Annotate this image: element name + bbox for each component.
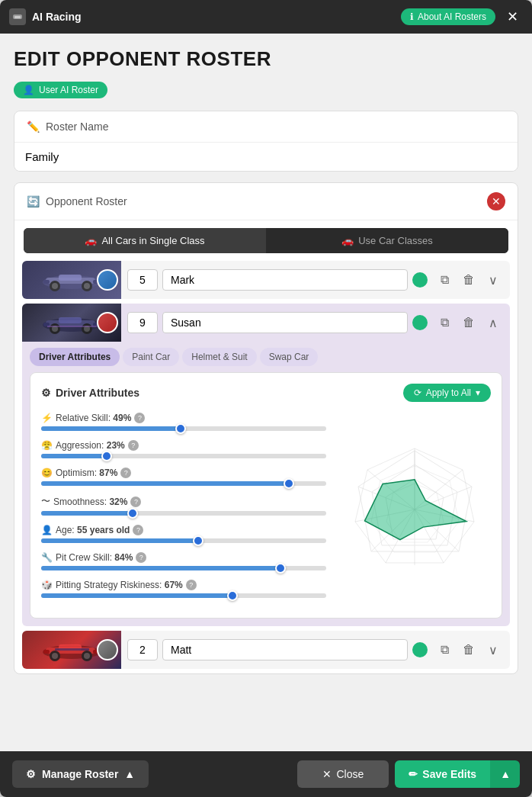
radar-chart — [338, 413, 491, 607]
driver-expand-button-3[interactable]: ∨ — [482, 639, 504, 660]
driver-color-dot-3[interactable] — [412, 642, 428, 657]
attributes-body: ⚡ Relative Skill: 49% ? — [41, 413, 491, 607]
info-icon-smoothness[interactable]: ? — [130, 497, 141, 507]
titlebar-right: ℹ About AI Rosters ✕ — [401, 6, 523, 27]
slider-thumb-smoothness[interactable] — [127, 508, 138, 519]
slider-label-pitting-strategy: 🎲 Pitting Strategy Riskiness: 67% ? — [41, 580, 326, 590]
user-ai-roster-badge: 👤 User AI Roster — [14, 82, 107, 98]
slider-row-relative-skill: ⚡ Relative Skill: 49% ? — [41, 413, 326, 431]
driver-car-image-3 — [22, 631, 121, 669]
driver-delete-button-3[interactable]: 🗑 — [458, 639, 479, 660]
driver-delete-button-2[interactable]: 🗑 — [458, 312, 479, 333]
driver-name-input-2[interactable] — [162, 312, 408, 333]
car-classes-icon: 🚗 — [341, 235, 354, 246]
sub-tab-helmet-suit[interactable]: Helmet & Suit — [182, 348, 256, 366]
save-edits-dropdown-button[interactable]: ▲ — [490, 760, 520, 788]
slider-thumb-pit-crew[interactable] — [275, 563, 286, 574]
slider-row-age: 👤 Age: 55 years old ? — [41, 525, 326, 543]
slider-track-smoothness[interactable] — [41, 511, 326, 516]
manage-roster-button[interactable]: ⚙ Manage Roster ▲ — [12, 760, 149, 788]
save-edits-button[interactable]: ✏ Save Edits — [395, 760, 490, 788]
svg-rect-48 — [43, 650, 50, 654]
slider-row-optimism: 😊 Optimism: 87% ? — [41, 468, 326, 486]
driver-number-input-2[interactable] — [127, 312, 158, 333]
slider-row-pit-crew-skill: 🔧 Pit Crew Skill: 84% ? — [41, 552, 326, 570]
svg-point-7 — [84, 283, 90, 289]
driver-row-top-2: 2 — [22, 304, 510, 342]
pencil-icon: ✏️ — [27, 121, 40, 133]
slider-label-smoothness: 〜 Smoothness: 32% ? — [41, 495, 326, 508]
sub-tab-swap-car[interactable]: Swap Car — [260, 348, 319, 366]
chevron-up-save-icon: ▲ — [500, 768, 511, 780]
tab-use-car-classes[interactable]: 🚗 Use Car Classes — [266, 228, 508, 253]
attributes-header: ⚙ Driver Attributes ⟳ Apply to All ▾ — [41, 384, 491, 402]
slider-label-relative-skill: ⚡ Relative Skill: 49% ? — [41, 413, 326, 423]
driver-car-image-1 — [22, 261, 121, 299]
driver-color-dot-2[interactable] — [412, 315, 428, 330]
app-title: AI Racing — [32, 11, 82, 23]
slider-track-skill[interactable] — [41, 426, 326, 431]
driver-row-1: 1 — [22, 261, 510, 299]
smoothness-icon: 〜 — [41, 495, 50, 508]
slider-thumb-strategy[interactable] — [227, 590, 238, 601]
slider-thumb-skill[interactable] — [175, 423, 186, 434]
driver-collapse-button-2[interactable]: ∧ — [482, 312, 504, 333]
roster-name-section: ✏️ Roster Name — [14, 111, 518, 172]
slider-thumb-optimism[interactable] — [284, 478, 294, 489]
apply-to-all-button[interactable]: ⟳ Apply to All ▾ — [403, 384, 491, 402]
driver-number-input-1[interactable] — [127, 269, 158, 291]
gear-icon: ⚙ — [26, 768, 36, 780]
driver-color-dot-1[interactable] — [412, 272, 428, 288]
driver-actions-2: ⧉ 🗑 ∧ — [434, 312, 510, 333]
remove-opponent-button[interactable]: ✕ — [487, 192, 505, 210]
slider-fill-pit-crew — [41, 566, 280, 570]
driver-name-input-3[interactable] — [162, 639, 408, 660]
driver-delete-button-1[interactable]: 🗑 — [458, 269, 479, 291]
driver-name-input-1[interactable] — [162, 269, 408, 291]
svg-rect-50 — [55, 648, 89, 651]
info-icon-aggression[interactable]: ? — [128, 440, 139, 451]
driver-copy-button-3[interactable]: ⧉ — [434, 639, 455, 660]
about-ai-rosters-button[interactable]: ℹ About AI Rosters — [401, 8, 495, 25]
sub-tab-paint-car[interactable]: Paint Car — [123, 348, 179, 366]
strategy-icon: 🎲 — [41, 580, 53, 590]
slider-track-pit-crew[interactable] — [41, 566, 326, 570]
window-close-button[interactable]: ✕ — [502, 6, 523, 27]
info-icon-strategy[interactable]: ? — [186, 580, 197, 590]
slider-thumb-age[interactable] — [193, 535, 204, 546]
driver-expand-button-1[interactable]: ∨ — [482, 269, 504, 291]
driver-sub-tabs: Driver Attributes Paint Car Helmet & Sui… — [22, 342, 510, 366]
slider-thumb-aggression[interactable] — [101, 451, 112, 461]
slider-track-age[interactable] — [41, 538, 326, 543]
close-button[interactable]: ✕ Close — [297, 760, 389, 788]
app-window: AI Racing ℹ About AI Rosters ✕ EDIT OPPO… — [0, 0, 532, 797]
driver-copy-button-2[interactable]: ⧉ — [434, 312, 455, 333]
driver-inputs-3 — [121, 639, 434, 660]
tab-all-cars-single-class[interactable]: 🚗 All Cars in Single Class — [24, 228, 266, 253]
slider-track-optimism[interactable] — [41, 481, 326, 486]
driver-number-input-3[interactable] — [127, 639, 158, 660]
slider-label-optimism: 😊 Optimism: 87% ? — [41, 468, 326, 478]
driver-inputs-2 — [121, 312, 434, 333]
info-icon-optimism[interactable]: ? — [120, 468, 131, 478]
sync-icon: ⟳ — [414, 387, 421, 398]
svg-point-5 — [52, 283, 58, 289]
titlebar: AI Racing ℹ About AI Rosters ✕ — [0, 0, 532, 34]
user-icon: 👤 — [23, 85, 34, 95]
sub-tab-driver-attributes[interactable]: Driver Attributes — [30, 348, 120, 366]
driver-copy-button-1[interactable]: ⧉ — [434, 269, 455, 291]
driver-row-2: 2 — [22, 304, 510, 626]
slider-label-pit-crew-skill: 🔧 Pit Crew Skill: 84% ? — [41, 552, 326, 563]
slider-track-aggression[interactable] — [41, 454, 326, 458]
info-icon-pit-crew[interactable]: ? — [136, 552, 146, 563]
svg-rect-17 — [59, 317, 82, 323]
info-icon-skill[interactable]: ? — [134, 413, 145, 423]
info-icon-age[interactable]: ? — [133, 525, 143, 535]
sliders-column: ⚡ Relative Skill: 49% ? — [41, 413, 326, 607]
titlebar-left: AI Racing — [9, 8, 82, 25]
driver-inputs-1 — [121, 269, 434, 291]
helmet-badge-1 — [97, 269, 118, 291]
roster-name-input[interactable] — [14, 143, 518, 171]
slider-track-strategy[interactable] — [41, 593, 326, 598]
svg-point-46 — [84, 653, 90, 659]
